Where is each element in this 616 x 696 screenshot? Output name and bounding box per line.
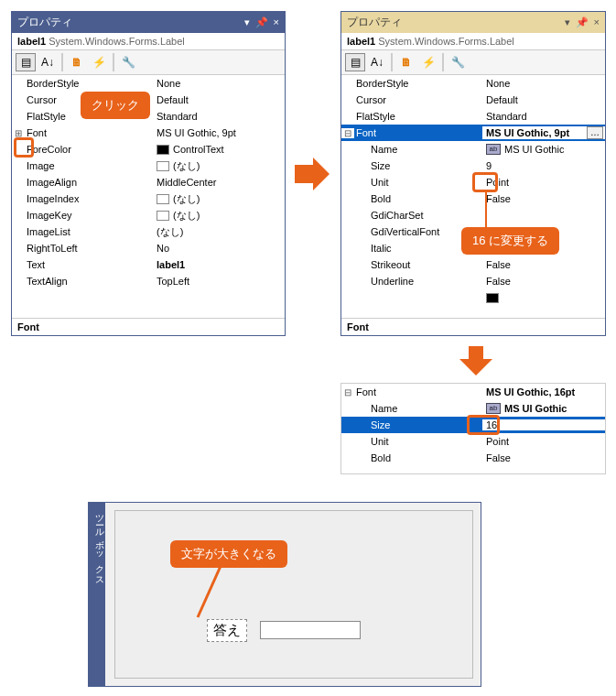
dropdown-icon[interactable]: ▾	[244, 16, 250, 28]
pin-icon[interactable]: 📌	[576, 16, 589, 28]
events-button[interactable]: ⚡	[89, 53, 109, 71]
callout-change16: 16 に変更する	[461, 227, 559, 255]
panel-title: プロパティ	[17, 15, 244, 30]
label-control[interactable]: 答え	[207, 619, 247, 642]
wrench-button[interactable]: 🔧	[448, 53, 468, 71]
font-expand-icon[interactable]: ⊞	[12, 128, 25, 138]
font-name-icon: ab	[486, 403, 501, 414]
property-grid[interactable]: ⊟FontMS UI Gothic, 16pt NameabMS UI Goth…	[341, 384, 605, 466]
properties-panel-after: ⊟FontMS UI Gothic, 16pt NameabMS UI Goth…	[340, 383, 606, 474]
callout-click: クリック	[81, 92, 150, 119]
separator	[61, 53, 63, 71]
image-swatch-icon	[157, 161, 169, 171]
image-swatch-icon	[157, 211, 169, 221]
property-grid[interactable]: BorderStyleNone CursorDefault FlatStyleS…	[341, 75, 605, 306]
callout-pointer-line	[194, 564, 240, 621]
description-header: Font	[341, 318, 605, 335]
font-collapse-icon[interactable]: ⊟	[341, 128, 354, 138]
font-name-icon: ab	[486, 144, 501, 155]
categorized-button[interactable]: ▤	[345, 53, 365, 71]
object-selector[interactable]: label1 System.Windows.Forms.Label	[12, 33, 285, 50]
titlebar: プロパティ ▾ 📌 ×	[341, 12, 605, 33]
svg-line-2	[198, 564, 222, 617]
object-selector[interactable]: label1 System.Windows.Forms.Label	[341, 33, 605, 50]
close-icon[interactable]: ×	[274, 16, 279, 28]
toolbox-tab[interactable]: ツールボックス	[89, 503, 105, 686]
close-icon[interactable]: ×	[594, 16, 600, 28]
alphabetical-button[interactable]: A↓	[367, 53, 387, 71]
designer-panel: ツールボックス 答え	[88, 502, 481, 687]
image-swatch-icon	[157, 194, 169, 204]
arrow-right-icon	[295, 156, 331, 192]
callout-bigger: 文字が大きくなる	[170, 540, 287, 568]
properties-panel-right: プロパティ ▾ 📌 × label1 System.Windows.Forms.…	[340, 11, 606, 336]
panel-title: プロパティ	[347, 15, 565, 30]
events-button[interactable]: ⚡	[418, 53, 438, 71]
separator	[113, 53, 114, 71]
form-designer[interactable]: 答え	[114, 510, 473, 679]
alphabetical-button[interactable]: A↓	[38, 53, 58, 71]
color-swatch-icon	[157, 145, 169, 155]
prop-toolbar: ▤ A↓ 🗎 ⚡ 🔧	[341, 50, 605, 75]
svg-marker-1	[459, 346, 492, 375]
svg-marker-0	[295, 158, 330, 190]
font-collapse-icon[interactable]: ⊟	[341, 387, 354, 397]
categorized-button[interactable]: ▤	[16, 53, 36, 71]
titlebar: プロパティ ▾ 📌 ×	[12, 12, 285, 33]
properties-panel-left: プロパティ ▾ 📌 × label1 System.Windows.Forms.…	[11, 11, 286, 336]
description-header: Font	[12, 318, 285, 335]
ellipsis-button[interactable]: …	[587, 126, 603, 139]
pin-icon[interactable]: 📌	[255, 16, 268, 28]
arrow-down-icon	[458, 346, 494, 377]
color-swatch-icon	[486, 293, 499, 303]
separator	[442, 53, 444, 71]
separator	[391, 53, 393, 71]
prop-page-button[interactable]: 🗎	[396, 53, 416, 71]
prop-page-button[interactable]: 🗎	[67, 53, 87, 71]
dropdown-icon[interactable]: ▾	[565, 16, 570, 28]
prop-toolbar: ▤ A↓ 🗎 ⚡ 🔧	[12, 50, 285, 75]
textbox-control[interactable]	[260, 621, 361, 639]
wrench-button[interactable]: 🔧	[118, 53, 138, 71]
